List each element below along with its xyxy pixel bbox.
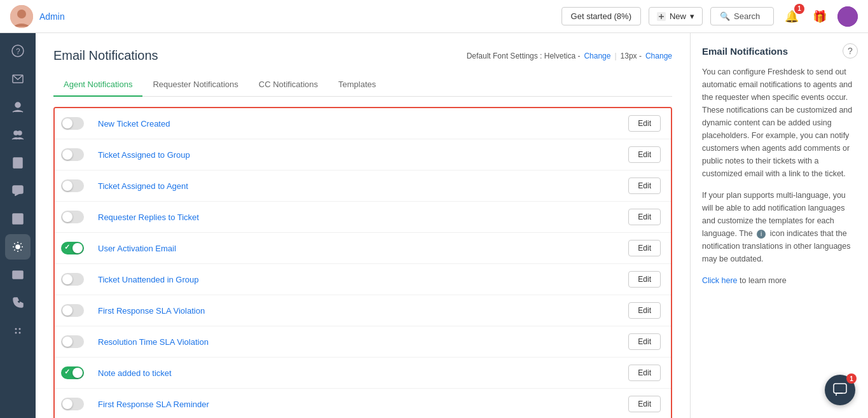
main-layout: Email Notifications Default Font Setting… [36, 33, 868, 418]
admin-label: Admin [39, 11, 65, 22]
svg-point-9 [15, 102, 20, 108]
right-panel-title: Email Notifications [702, 46, 857, 57]
info-icon: i [757, 230, 766, 239]
notification-name[interactable]: Ticket Assigned to Agent [90, 172, 623, 200]
change-font-link[interactable]: Change [584, 52, 610, 60]
sidebar-item-help[interactable]: ? [5, 38, 31, 64]
edit-button[interactable]: Edit [628, 209, 661, 225]
notification-name[interactable]: Requester Replies to Ticket [90, 204, 623, 231]
sidebar-item-contacts[interactable] [5, 94, 31, 120]
notification-row: Ticket Assigned to AgentEdit [55, 171, 671, 202]
svg-point-25 [15, 332, 17, 334]
sidebar-item-inbox[interactable] [5, 66, 31, 92]
right-panel-paragraph2: If your plan supports multi-language, yo… [702, 189, 857, 265]
svg-point-24 [19, 328, 21, 330]
left-sidebar: ? [0, 33, 36, 418]
top-nav-left: Admin [10, 5, 65, 28]
chevron-down-icon: ▾ [690, 11, 694, 21]
notification-name[interactable]: Note added to ticket [90, 359, 623, 387]
notification-name[interactable]: Resolution Time SLA Violation [90, 328, 623, 356]
svg-point-11 [18, 131, 22, 135]
edit-button[interactable]: Edit [628, 365, 661, 381]
notifications-badge: 1 [794, 4, 804, 14]
toggle-cell [55, 233, 90, 263]
edit-button[interactable]: Edit [628, 333, 661, 350]
new-button[interactable]: New ▾ [649, 7, 703, 25]
notification-name[interactable]: First Response SLA Violation [90, 297, 623, 324]
svg-text:?: ? [16, 47, 20, 56]
notification-name[interactable]: First Response SLA Reminder [90, 391, 623, 418]
toggle-switch[interactable] [61, 179, 84, 192]
toggle-switch[interactable] [61, 304, 84, 317]
edit-button[interactable]: Edit [628, 302, 661, 319]
right-panel-close-button[interactable]: ? [843, 43, 858, 59]
edit-button[interactable]: Edit [628, 396, 661, 412]
toggle-switch[interactable] [61, 242, 84, 254]
sidebar-item-groups[interactable] [5, 122, 31, 148]
svg-point-10 [14, 131, 18, 135]
notification-name[interactable]: New Ticket Created [90, 110, 623, 137]
notification-list: New Ticket CreatedEditTicket Assigned to… [53, 107, 672, 418]
toggle-switch[interactable] [61, 148, 84, 161]
notification-name[interactable]: User Activation Email [90, 235, 623, 262]
notification-name[interactable]: Ticket Assigned to Group [90, 141, 623, 169]
top-nav: Admin Get started (8%) New ▾ 🔍 Search 🔔 … [0, 0, 868, 33]
sidebar-item-settings[interactable] [5, 234, 31, 260]
toggle-switch[interactable] [61, 398, 84, 410]
toggle-knob [62, 181, 72, 191]
tab-templates[interactable]: Templates [328, 73, 386, 97]
notification-row: User Activation EmailEdit [55, 233, 671, 264]
right-panel-paragraph1: You can configure Freshdesk to send out … [702, 66, 857, 180]
top-nav-right: Get started (8%) New ▾ 🔍 Search 🔔 1 🎁 [561, 6, 858, 27]
toggle-switch[interactable] [61, 117, 84, 130]
right-panel-learn-more: Click here to learn more [702, 274, 857, 287]
edit-button[interactable]: Edit [628, 178, 661, 194]
toggle-knob [72, 243, 83, 253]
svg-point-23 [15, 328, 17, 330]
notification-row: Ticket Assigned to GroupEdit [55, 139, 671, 171]
notification-row: New Ticket CreatedEdit [55, 108, 671, 139]
notification-row: Resolution Time SLA ViolationEdit [55, 326, 671, 358]
right-panel: ? Email Notifications You can configure … [690, 33, 868, 418]
gift-icon-btn[interactable]: 🎁 [809, 6, 830, 27]
toggle-switch[interactable] [61, 273, 84, 286]
click-here-link[interactable]: Click here [702, 276, 738, 285]
tab-agent-notifications[interactable]: Agent Notifications [53, 73, 142, 97]
sidebar-item-reports[interactable] [5, 206, 31, 232]
tabs-bar: Agent Notifications Requester Notificati… [53, 73, 672, 97]
toggle-knob [62, 150, 72, 160]
notification-row: Requester Replies to TicketEdit [55, 202, 671, 233]
toggle-switch[interactable] [61, 335, 84, 348]
search-icon: 🔍 [720, 11, 730, 21]
content-area: Email Notifications Default Font Setting… [36, 33, 690, 418]
change-font-size-link[interactable]: Change [645, 52, 672, 60]
toggle-cell [55, 358, 90, 388]
edit-button[interactable]: Edit [628, 115, 661, 132]
edit-button[interactable]: Edit [628, 271, 661, 288]
toggle-switch[interactable] [61, 366, 84, 379]
user-avatar-top[interactable] [10, 5, 33, 28]
search-button[interactable]: 🔍 Search [710, 7, 774, 25]
edit-button[interactable]: Edit [628, 240, 661, 256]
notification-name[interactable]: Ticket Unattended in Group [90, 266, 623, 293]
notification-row: First Response SLA ReminderEdit [55, 389, 671, 418]
chat-bubble[interactable]: 1 [825, 375, 855, 405]
edit-button[interactable]: Edit [628, 146, 661, 163]
notification-row: First Response SLA ViolationEdit [55, 295, 671, 326]
notifications-bell[interactable]: 🔔 1 [782, 6, 802, 27]
get-started-button[interactable]: Get started (8%) [561, 7, 641, 25]
profile-avatar[interactable] [837, 6, 858, 27]
toggle-switch[interactable] [61, 211, 84, 223]
sidebar-item-apps[interactable] [5, 318, 31, 344]
font-settings: Default Font Settings : Helvetica - Chan… [467, 52, 672, 60]
sidebar-item-email[interactable] [5, 262, 31, 288]
tab-requester-notifications[interactable]: Requester Notifications [142, 73, 248, 97]
sidebar-item-phone[interactable] [5, 290, 31, 316]
sidebar-item-books[interactable] [5, 150, 31, 176]
toggle-knob [62, 274, 72, 284]
toggle-knob [72, 368, 83, 378]
svg-point-21 [16, 245, 20, 249]
toggle-cell [55, 264, 90, 295]
tab-cc-notifications[interactable]: CC Notifications [249, 73, 328, 97]
sidebar-item-chat[interactable] [5, 178, 31, 204]
